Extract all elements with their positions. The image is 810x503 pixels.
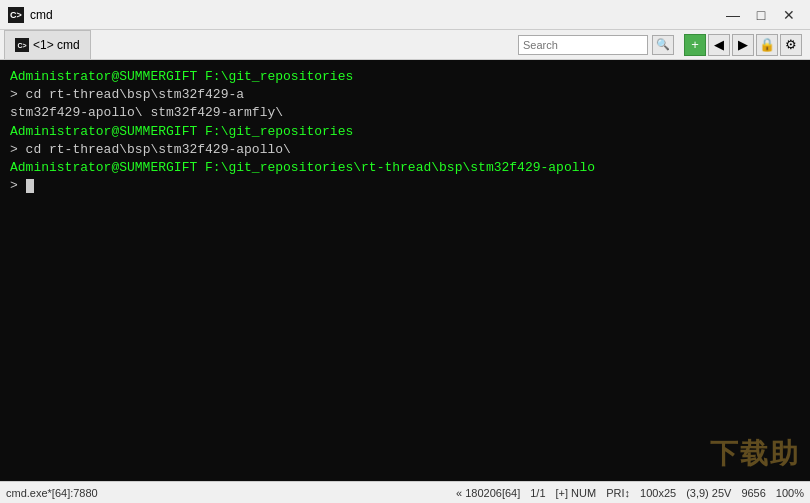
toolbar-buttons: + ◀ ▶ 🔒 ⚙ (680, 30, 806, 59)
status-position: 1/1 (530, 487, 545, 499)
search-area: 🔍 (512, 30, 680, 59)
terminal-wrapper: Administrator@SUMMERGIFT F:\git_reposito… (0, 60, 810, 481)
terminal-line-4: Administrator@SUMMERGIFT F:\git_reposito… (10, 123, 800, 141)
tab-spacer (91, 30, 512, 59)
status-size: 100x25 (640, 487, 676, 499)
next-button[interactable]: ▶ (732, 34, 754, 56)
minimize-button[interactable]: — (720, 5, 746, 25)
terminal-line-2: > cd rt-thread\bsp\stm32f429-a (10, 86, 800, 104)
maximize-button[interactable]: □ (748, 5, 774, 25)
cmd-icon: C> (8, 7, 24, 23)
terminal-line-5: > cd rt-thread\bsp\stm32f429-apollo\ (10, 141, 800, 159)
search-button[interactable]: 🔍 (652, 35, 674, 55)
terminal-line-1: Administrator@SUMMERGIFT F:\git_reposito… (10, 68, 800, 86)
terminal-line-3: stm32f429-apollo\ stm32f429-armfly\ (10, 104, 800, 122)
window-controls: — □ ✕ (720, 5, 802, 25)
status-encoding: « 180206[64] (456, 487, 520, 499)
add-tab-button[interactable]: + (684, 34, 706, 56)
terminal-line-7: > (10, 177, 800, 195)
status-coords: (3,9) 25V (686, 487, 731, 499)
cursor (26, 179, 34, 193)
status-mode: [+] NUM (556, 487, 597, 499)
terminal[interactable]: Administrator@SUMMERGIFT F:\git_reposito… (0, 60, 810, 203)
status-bar: cmd.exe*[64]:7880 « 180206[64] 1/1 [+] N… (0, 481, 810, 503)
tab-label: <1> cmd (33, 38, 80, 52)
tab-cmd-icon: C> (15, 38, 29, 52)
status-priority: PRI↕ (606, 487, 630, 499)
prev-button[interactable]: ◀ (708, 34, 730, 56)
status-zoom: 100% (776, 487, 804, 499)
settings-button[interactable]: ⚙ (780, 34, 802, 56)
tab-bar: C> <1> cmd 🔍 + ◀ ▶ 🔒 ⚙ (0, 30, 810, 60)
terminal-line-6: Administrator@SUMMERGIFT F:\git_reposito… (10, 159, 800, 177)
status-memory: 9656 (741, 487, 765, 499)
window-title: cmd (30, 8, 53, 22)
status-right: « 180206[64] 1/1 [+] NUM PRI↕ 100x25 (3,… (456, 487, 804, 499)
close-button[interactable]: ✕ (776, 5, 802, 25)
search-input[interactable] (518, 35, 648, 55)
tab-cmd[interactable]: C> <1> cmd (4, 30, 91, 59)
status-process: cmd.exe*[64]:7880 (6, 487, 98, 499)
lock-button[interactable]: 🔒 (756, 34, 778, 56)
title-bar-left: C> cmd (8, 7, 53, 23)
title-bar: C> cmd — □ ✕ (0, 0, 810, 30)
